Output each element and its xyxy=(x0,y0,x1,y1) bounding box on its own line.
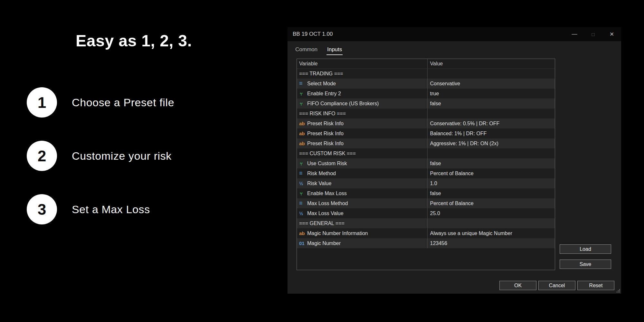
step-item: 3Set a Max Loss xyxy=(27,194,174,224)
step-label: Set a Max Loss xyxy=(72,203,150,216)
value-cell[interactable]: Percent of Balance xyxy=(427,168,555,178)
section-row[interactable]: === TRADING === xyxy=(297,69,555,79)
bool-type-icon xyxy=(299,101,307,106)
value-cell[interactable]: false xyxy=(427,188,555,198)
variable-name: Enable Entry 2 xyxy=(307,91,341,96)
page-title: Easy as 1, 2, 3. xyxy=(76,32,192,50)
variable-cell: abPreset Risk Info xyxy=(297,128,427,138)
tab-common[interactable]: Common xyxy=(295,45,318,55)
variable-cell: === GENERAL === xyxy=(297,218,427,228)
bool-type-icon xyxy=(299,91,307,96)
param-row[interactable]: abMagic Number InformationAlways use a u… xyxy=(297,228,555,238)
double-type-icon: ½ xyxy=(299,211,307,216)
param-row[interactable]: ≡Risk MethodPercent of Balance xyxy=(297,168,555,178)
variable-cell: === TRADING === xyxy=(297,69,427,79)
param-row[interactable]: ½Max Loss Value25.0 xyxy=(297,208,555,218)
value-cell[interactable] xyxy=(427,148,555,158)
inputs-table: Variable Value === TRADING ===≡Select Mo… xyxy=(297,59,555,270)
tab-inputs[interactable]: Inputs xyxy=(327,45,343,55)
value-cell[interactable]: 1.0 xyxy=(427,178,555,188)
value-cell[interactable] xyxy=(427,218,555,228)
variable-name: Preset Risk Info xyxy=(307,141,344,146)
window-controls: — □ ✕ xyxy=(565,27,621,41)
resize-grip[interactable] xyxy=(615,288,620,293)
bool-type-icon xyxy=(299,161,307,166)
value-cell[interactable]: true xyxy=(427,89,555,99)
value-cell[interactable]: Percent of Balance xyxy=(427,198,555,208)
variable-name: Select Mode xyxy=(307,81,336,86)
param-row[interactable]: ≡Select ModeConservative xyxy=(297,79,555,89)
text-type-icon: ab xyxy=(299,231,307,236)
step-item: 1Choose a Preset file xyxy=(27,87,174,118)
param-row[interactable]: Enable Entry 2true xyxy=(297,89,555,99)
value-cell[interactable]: 123456 xyxy=(427,238,555,248)
param-row[interactable]: abPreset Risk InfoBalanced: 1% | DR: OFF xyxy=(297,128,555,138)
param-row[interactable]: ≡Max Loss MethodPercent of Balance xyxy=(297,198,555,208)
side-buttons: LoadSave xyxy=(560,244,611,269)
variable-cell: FIFO Compliance (US Brokers) xyxy=(297,99,427,109)
variable-name: === TRADING === xyxy=(299,71,343,76)
value-cell[interactable]: Conservative xyxy=(427,79,555,89)
value-cell[interactable]: Aggressive: 1% | DR: ON (2x) xyxy=(427,138,555,148)
variable-cell: abMagic Number Information xyxy=(297,228,427,238)
minimize-icon[interactable]: — xyxy=(565,27,584,41)
param-row[interactable]: FIFO Compliance (US Brokers)false xyxy=(297,99,555,109)
tab-bar: CommonInputs xyxy=(295,41,343,59)
section-row[interactable]: === CUSTOM RISK === xyxy=(297,148,555,158)
variable-name: Magic Number Information xyxy=(307,231,368,236)
load-button[interactable]: Load xyxy=(560,244,611,254)
section-row[interactable]: === RISK INFO === xyxy=(297,109,555,118)
table-header-row: Variable Value xyxy=(297,59,555,69)
param-table: Variable Value === TRADING ===≡Select Mo… xyxy=(297,59,555,248)
variable-name: Preset Risk Info xyxy=(307,131,344,136)
steps-list: 1Choose a Preset file2Customize your ris… xyxy=(27,87,174,224)
variable-name: Max Loss Method xyxy=(307,201,348,206)
resize-grip-icon xyxy=(615,288,620,293)
bool-type-icon xyxy=(299,191,307,196)
value-cell[interactable] xyxy=(427,69,555,79)
variable-cell: Enable Max Loss xyxy=(297,188,427,198)
variable-name: Risk Method xyxy=(307,171,336,176)
param-row[interactable]: ½Risk Value1.0 xyxy=(297,178,555,188)
cancel-button[interactable]: Cancel xyxy=(538,281,575,290)
param-row[interactable]: 01Magic Number123456 xyxy=(297,238,555,248)
section-row[interactable]: === GENERAL === xyxy=(297,218,555,228)
variable-name: === RISK INFO === xyxy=(299,111,346,116)
step-number-badge: 1 xyxy=(27,87,57,118)
param-row[interactable]: Use Custom Riskfalse xyxy=(297,158,555,168)
value-cell[interactable] xyxy=(427,109,555,118)
variable-name: Risk Value xyxy=(307,181,331,186)
titlebar[interactable]: BB 19 OCT 1.00 — □ ✕ xyxy=(288,27,621,41)
close-icon[interactable]: ✕ xyxy=(602,27,621,41)
param-row[interactable]: abPreset Risk InfoAggressive: 1% | DR: O… xyxy=(297,138,555,148)
value-cell[interactable]: false xyxy=(427,158,555,168)
window-title: BB 19 OCT 1.00 xyxy=(293,31,333,37)
variable-cell: ½Max Loss Value xyxy=(297,208,427,218)
value-cell[interactable]: 25.0 xyxy=(427,208,555,218)
reset-button[interactable]: Reset xyxy=(577,281,614,290)
ea-inputs-dialog: BB 19 OCT 1.00 — □ ✕ CommonInputs Variab… xyxy=(288,27,621,294)
value-cell[interactable]: Balanced: 1% | DR: OFF xyxy=(427,128,555,138)
bottom-buttons: OKCancelReset xyxy=(499,281,614,290)
value-cell[interactable]: Conservative: 0.5% | DR: OFF xyxy=(427,118,555,128)
maximize-icon[interactable]: □ xyxy=(584,27,602,41)
ok-button[interactable]: OK xyxy=(499,281,536,290)
dropdown-type-icon: ≡ xyxy=(299,170,307,177)
param-row[interactable]: abPreset Risk InfoConservative: 0.5% | D… xyxy=(297,118,555,128)
variable-name: Use Custom Risk xyxy=(307,161,347,166)
dropdown-type-icon: ≡ xyxy=(299,80,307,87)
step-number-badge: 2 xyxy=(27,141,57,171)
variable-name: Preset Risk Info xyxy=(307,121,344,126)
double-type-icon: ½ xyxy=(299,181,307,186)
variable-cell: ½Risk Value xyxy=(297,178,427,188)
save-button[interactable]: Save xyxy=(560,260,611,269)
step-number-badge: 3 xyxy=(27,194,57,224)
variable-cell: === CUSTOM RISK === xyxy=(297,148,427,158)
value-cell[interactable]: Always use a unique Magic Number xyxy=(427,228,555,238)
param-row[interactable]: Enable Max Lossfalse xyxy=(297,188,555,198)
variable-name: FIFO Compliance (US Brokers) xyxy=(307,101,379,106)
column-header-variable: Variable xyxy=(297,59,427,69)
variable-cell: ≡Select Mode xyxy=(297,79,427,89)
value-cell[interactable]: false xyxy=(427,99,555,109)
step-label: Choose a Preset file xyxy=(72,96,174,109)
